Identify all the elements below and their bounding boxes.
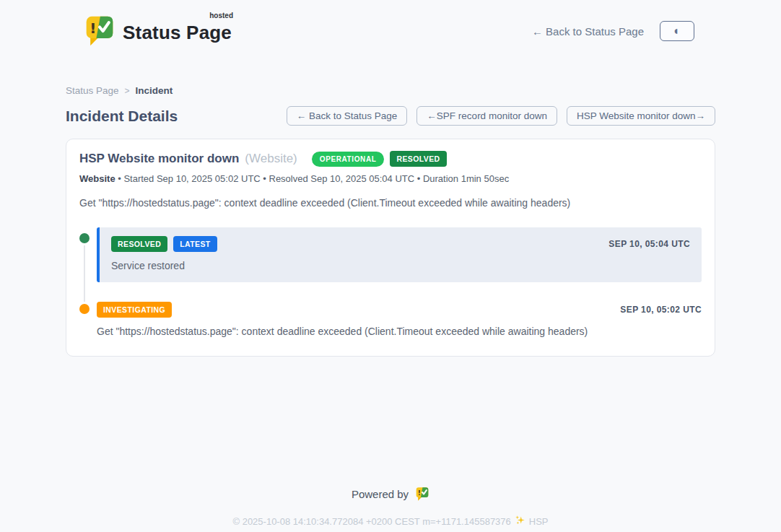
svg-text:!: !	[418, 489, 421, 497]
incident-description: Get "https://hostedstatus.page": context…	[79, 197, 702, 209]
copyright-line: © 2025-10-08 14:10:34.772084 +0200 CEST …	[66, 515, 715, 528]
copyright-brand: HSP	[529, 516, 549, 527]
incident-timeline: RESOLVED LATEST SEP 10, 05:04 UTC Servic…	[79, 227, 702, 337]
footer: Powered by ! © 2025-10-08 14:10:34.77208…	[66, 487, 715, 528]
timeline-entry-message: Service restored	[111, 260, 690, 271]
operational-status-badge: OPERATIONAL	[312, 152, 385, 167]
timeline-entry-header: RESOLVED LATEST SEP 10, 05:04 UTC	[111, 236, 690, 252]
page-title: Incident Details	[66, 108, 178, 125]
resolved-badge: RESOLVED	[111, 236, 167, 252]
incident-card: HSP Website monitor down (Website) OPERA…	[66, 139, 715, 357]
incident-title-row: HSP Website monitor down (Website) OPERA…	[79, 151, 702, 167]
prev-incident-button[interactable]: ←SPF record monitor down	[416, 106, 557, 126]
statuspage-logo-icon-small: !	[415, 487, 429, 502]
incident-meta: Website • Started Sep 10, 2025 05:02 UTC…	[79, 173, 702, 184]
resolved-status-badge: RESOLVED	[390, 151, 446, 167]
breadcrumb-incident: Incident	[136, 85, 173, 96]
investigating-badge: INVESTIGATING	[97, 302, 172, 318]
timeline-dot-resolved	[79, 233, 90, 243]
timeline-entry-badges: INVESTIGATING	[97, 302, 172, 318]
timeline-entry-header: INVESTIGATING SEP 10, 05:02 UTC	[97, 302, 702, 318]
copyright-text: © 2025-10-08 14:10:34.772084 +0200 CEST …	[232, 516, 510, 527]
breadcrumb-separator: >	[125, 86, 130, 96]
header-actions: ← Back to Status Page ◐	[532, 21, 694, 41]
breadcrumb: Status Page > Incident	[66, 85, 715, 96]
powered-by-label: Powered by	[352, 488, 409, 500]
incident-component: (Website)	[245, 152, 297, 166]
timeline-entry-resolved: RESOLVED LATEST SEP 10, 05:04 UTC Servic…	[97, 227, 702, 282]
timeline-entry-timestamp: SEP 10, 05:04 UTC	[608, 239, 690, 249]
timeline-entry-investigating: INVESTIGATING SEP 10, 05:02 UTC Get "htt…	[97, 302, 702, 337]
powered-by-link[interactable]: Powered by !	[352, 487, 429, 502]
statuspage-logo-icon: !	[84, 14, 115, 48]
back-to-status-page-button[interactable]: ← Back to Status Page	[287, 106, 408, 126]
heading-row: Incident Details ← Back to Status Page ←…	[66, 106, 715, 126]
timeline-entry-badges: RESOLVED LATEST	[111, 236, 217, 252]
timeline-entry-message: Get "https://hostedstatus.page": context…	[97, 326, 702, 337]
header: ! Status Page hosted ← Back to Status Pa…	[0, 0, 781, 52]
main-content: Status Page > Incident Incident Details …	[66, 85, 715, 528]
incident-nav-buttons: ← Back to Status Page ←SPF record monito…	[287, 106, 715, 126]
incident-meta-details: • Started Sep 10, 2025 05:02 UTC • Resol…	[115, 173, 510, 184]
timeline-connector-line	[84, 237, 85, 307]
incident-title: HSP Website monitor down	[79, 152, 239, 166]
brand-logo[interactable]: ! Status Page hosted	[84, 14, 232, 48]
latest-badge: LATEST	[173, 236, 217, 252]
timeline-dot-investigating	[79, 304, 90, 314]
sparkles-icon	[515, 515, 525, 528]
brand-name: Status Page	[123, 22, 232, 43]
breadcrumb-status-page[interactable]: Status Page	[66, 85, 119, 96]
timeline-entry-timestamp: SEP 10, 05:02 UTC	[620, 305, 702, 315]
half-circle-icon: ◐	[673, 25, 681, 37]
next-incident-button[interactable]: HSP Website monitor down→	[567, 106, 715, 126]
theme-toggle-button[interactable]: ◐	[660, 21, 694, 41]
incident-meta-component: Website	[79, 173, 115, 184]
svg-text:!: !	[90, 19, 96, 37]
brand-superscript: hosted	[209, 12, 233, 19]
brand-wordmark: Status Page hosted	[123, 14, 232, 44]
header-back-link[interactable]: ← Back to Status Page	[532, 25, 644, 38]
